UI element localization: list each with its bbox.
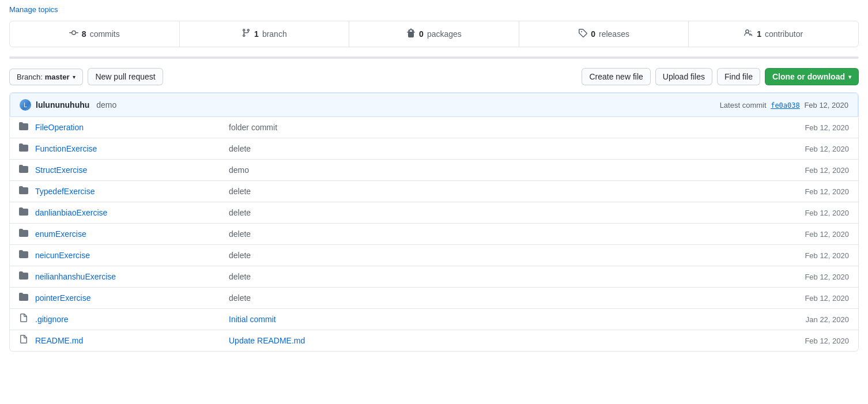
- folder-icon: [19, 143, 31, 154]
- file-date: Feb 12, 2020: [757, 337, 849, 345]
- branches-icon: [241, 28, 251, 40]
- commit-info-row: L lulununuhuhu demo Latest commit fe0a03…: [10, 93, 858, 117]
- file-date: Feb 12, 2020: [757, 251, 849, 260]
- file-table: L lulununuhuhu demo Latest commit fe0a03…: [9, 92, 859, 352]
- author-name-link[interactable]: lulununuhuhu: [36, 100, 89, 110]
- chevron-down-icon-clone: ▾: [848, 74, 851, 80]
- file-date: Jan 22, 2020: [757, 315, 849, 324]
- file-commit-message[interactable]: Update README.md: [220, 336, 757, 345]
- commit-meta: Latest commit fe0a038 Feb 12, 2020: [720, 101, 848, 110]
- file-icon: [19, 314, 31, 325]
- file-name-link[interactable]: pointerExercise: [35, 293, 220, 303]
- file-name-link[interactable]: TypedefExercise: [35, 187, 220, 196]
- table-row: danlianbiaoExercisedeleteFeb 12, 2020: [10, 202, 858, 224]
- branches-count: 1: [254, 29, 259, 39]
- contributors-stat[interactable]: 1 contributor: [689, 21, 858, 47]
- file-name-link[interactable]: FileOperation: [35, 123, 220, 132]
- stats-divider: [9, 56, 859, 59]
- commits-icon: [69, 28, 78, 40]
- file-commit-message: folder commit: [220, 123, 757, 132]
- file-date: Feb 12, 2020: [757, 209, 849, 217]
- file-commit-message: delete: [220, 208, 757, 217]
- toolbar-left: Branch: master ▾ New pull request: [9, 68, 163, 85]
- create-new-file-button[interactable]: Create new file: [582, 68, 650, 85]
- commit-date: Feb 12, 2020: [804, 101, 848, 110]
- file-date: Feb 12, 2020: [757, 145, 849, 153]
- table-row: pointerExercisedeleteFeb 12, 2020: [10, 288, 858, 309]
- table-row: .gitignoreInitial commitJan 22, 2020: [10, 309, 858, 330]
- packages-stat[interactable]: 0 packages: [349, 21, 519, 47]
- stats-bar: 8 commits 1 branch 0 packages: [9, 21, 859, 47]
- folder-icon: [19, 186, 31, 197]
- file-name-link[interactable]: .gitignore: [35, 315, 220, 324]
- find-file-button[interactable]: Find file: [717, 68, 760, 85]
- folder-icon: [19, 207, 31, 218]
- folder-icon: [19, 122, 31, 133]
- commits-stat[interactable]: 8 commits: [10, 21, 180, 47]
- file-date: Feb 12, 2020: [757, 273, 849, 281]
- manage-topics-section: Manage topics: [9, 0, 859, 21]
- table-row: neicunExercisedeleteFeb 12, 2020: [10, 245, 858, 266]
- releases-stat[interactable]: 0 releases: [519, 21, 689, 47]
- table-row: FileOperationfolder commitFeb 12, 2020: [10, 117, 858, 138]
- file-icon: [19, 335, 31, 346]
- latest-commit-label: Latest commit: [720, 101, 767, 110]
- upload-files-button[interactable]: Upload files: [655, 68, 712, 85]
- chevron-down-icon: ▾: [73, 74, 76, 80]
- table-row: neilianhanshuExercisedeleteFeb 12, 2020: [10, 266, 858, 288]
- clone-or-download-button[interactable]: Clone or download ▾: [765, 68, 859, 85]
- file-date: Feb 12, 2020: [757, 187, 849, 196]
- file-commit-message: delete: [220, 144, 757, 153]
- table-row: README.mdUpdate README.mdFeb 12, 2020: [10, 330, 858, 351]
- commits-label: commits: [90, 29, 120, 39]
- file-rows-container: FileOperationfolder commitFeb 12, 2020 F…: [10, 117, 858, 351]
- branch-label: Branch:: [17, 73, 43, 81]
- file-commit-message: delete: [220, 251, 757, 260]
- manage-topics-link[interactable]: Manage topics: [9, 5, 58, 14]
- table-row: TypedefExercisedeleteFeb 12, 2020: [10, 181, 858, 202]
- new-pull-request-button[interactable]: New pull request: [88, 68, 163, 85]
- table-row: FunctionExercisedeleteFeb 12, 2020: [10, 138, 858, 160]
- commit-author: L lulununuhuhu demo: [20, 99, 116, 111]
- folder-icon: [19, 292, 31, 304]
- branch-name: master: [45, 73, 70, 81]
- contributors-count: 1: [757, 29, 761, 39]
- packages-label: packages: [427, 29, 462, 39]
- table-row: StructExercisedemoFeb 12, 2020: [10, 160, 858, 181]
- file-name-link[interactable]: FunctionExercise: [35, 144, 220, 153]
- file-commit-message: delete: [220, 229, 757, 239]
- toolbar-right: Create new file Upload files Find file C…: [582, 68, 859, 85]
- file-commit-message: delete: [220, 187, 757, 196]
- file-commit-message: demo: [220, 165, 757, 175]
- clone-download-label: Clone or download: [772, 72, 845, 81]
- avatar: L: [20, 99, 31, 111]
- file-commit-message: delete: [220, 272, 757, 281]
- contributors-label: contributor: [765, 29, 803, 39]
- branches-label: branch: [262, 29, 287, 39]
- packages-icon: [406, 28, 416, 40]
- folder-icon: [19, 228, 31, 240]
- file-name-link[interactable]: enumExercise: [35, 229, 220, 239]
- packages-count: 0: [419, 29, 424, 39]
- file-name-link[interactable]: neicunExercise: [35, 251, 220, 260]
- file-date: Feb 12, 2020: [757, 230, 849, 239]
- releases-icon: [578, 28, 587, 40]
- folder-icon: [19, 271, 31, 282]
- file-name-link[interactable]: StructExercise: [35, 165, 220, 175]
- folder-icon: [19, 250, 31, 261]
- commit-message: demo: [96, 100, 116, 110]
- branch-selector[interactable]: Branch: master ▾: [9, 69, 83, 85]
- file-name-link[interactable]: danlianbiaoExercise: [35, 208, 220, 217]
- releases-label: releases: [599, 29, 629, 39]
- file-name-link[interactable]: neilianhanshuExercise: [35, 272, 220, 281]
- file-name-link[interactable]: README.md: [35, 336, 220, 345]
- commits-count: 8: [82, 29, 86, 39]
- file-commit-message[interactable]: Initial commit: [220, 315, 757, 324]
- table-row: enumExercisedeleteFeb 12, 2020: [10, 224, 858, 245]
- commit-hash-link[interactable]: fe0a038: [771, 101, 800, 110]
- file-date: Feb 12, 2020: [757, 123, 849, 132]
- folder-icon: [19, 164, 31, 176]
- branches-stat[interactable]: 1 branch: [180, 21, 350, 47]
- file-commit-message: delete: [220, 293, 757, 303]
- repo-toolbar: Branch: master ▾ New pull request Create…: [9, 68, 859, 85]
